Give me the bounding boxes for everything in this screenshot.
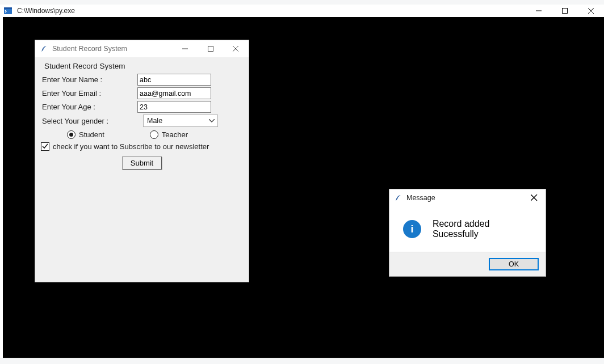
subscribe-label: check if you want to Subscribe to our ne… <box>53 142 209 151</box>
console-close-button[interactable] <box>578 5 604 17</box>
tk-feather-icon <box>394 194 402 202</box>
console-titlebar: C:\Windows\py.exe <box>0 5 604 17</box>
console-minimize-button[interactable] <box>526 5 552 17</box>
form-minimize-button[interactable] <box>172 40 198 57</box>
subscribe-checkbox[interactable] <box>41 142 49 151</box>
chevron-down-icon <box>207 119 216 122</box>
tk-feather-icon <box>40 45 48 53</box>
svg-rect-8 <box>208 46 213 52</box>
submit-button[interactable]: Submit <box>122 156 162 170</box>
gender-label: Select Your gender : <box>41 117 137 125</box>
subscribe-checkbox-row[interactable]: check if you want to Subscribe to our ne… <box>41 142 243 151</box>
message-close-button[interactable] <box>523 189 546 206</box>
form-heading: Student Record System <box>44 62 243 70</box>
email-label: Enter Your Email : <box>41 89 137 98</box>
gender-selected-value: Male <box>147 117 162 125</box>
form-window-title: Student Record System <box>52 45 127 53</box>
radio-student-label: Student <box>79 130 104 139</box>
console-title: C:\Windows\py.exe <box>16 7 75 15</box>
student-record-window: Student Record System Student Record Sys… <box>35 40 249 282</box>
message-titlebar[interactable]: Message <box>389 189 546 206</box>
radio-student[interactable]: Student <box>67 130 104 139</box>
email-input[interactable] <box>137 87 211 99</box>
form-titlebar[interactable]: Student Record System <box>35 40 249 57</box>
explorer-status-strip <box>0 358 604 364</box>
form-close-button[interactable] <box>223 40 249 57</box>
console-app-icon <box>3 6 12 15</box>
gender-combobox[interactable]: Male <box>143 115 218 127</box>
checkmark-icon <box>42 143 48 150</box>
form-maximize-button[interactable] <box>198 40 223 57</box>
message-window-title: Message <box>406 194 435 202</box>
svg-rect-1 <box>4 7 12 9</box>
radio-student-circle <box>67 130 76 139</box>
radio-teacher[interactable]: Teacher <box>150 130 188 139</box>
message-dialog: Message i Record added Sucessfully OK <box>389 189 546 277</box>
name-label: Enter Your Name : <box>41 75 137 84</box>
name-input[interactable] <box>137 74 211 86</box>
radio-teacher-label: Teacher <box>162 130 188 139</box>
age-label: Enter Your Age : <box>41 103 137 111</box>
radio-teacher-circle <box>150 130 158 139</box>
message-ok-button[interactable]: OK <box>489 258 539 270</box>
svg-rect-3 <box>563 9 568 14</box>
console-maximize-button[interactable] <box>552 5 578 17</box>
age-input[interactable] <box>137 101 211 113</box>
info-icon: i <box>403 220 421 238</box>
message-text: Record added Sucessfully <box>433 219 538 239</box>
